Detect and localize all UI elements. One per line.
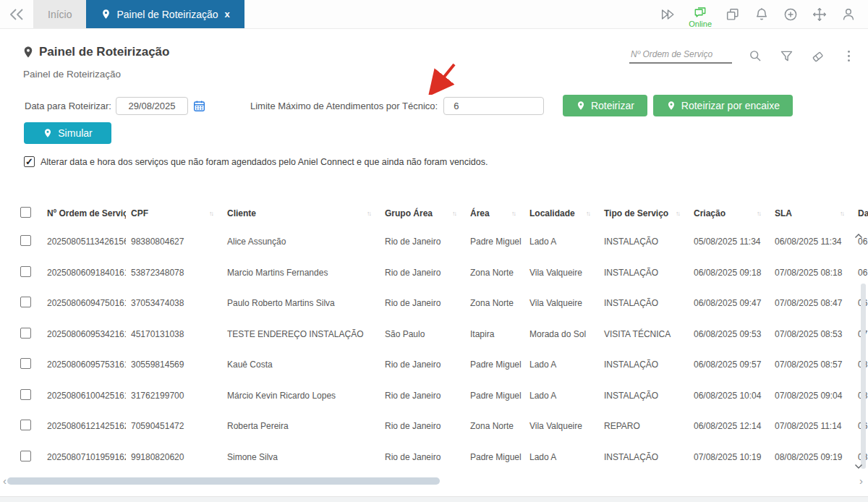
vertical-scrollbar[interactable] xyxy=(861,284,866,469)
simular-button[interactable]: Simular xyxy=(24,122,111,144)
column-header[interactable]: Área↑↓ xyxy=(465,200,524,226)
chat-status[interactable]: Online xyxy=(689,6,712,28)
row-checkbox[interactable] xyxy=(20,235,31,246)
table-cell: Rio de Janeiro xyxy=(380,380,465,412)
date-input[interactable] xyxy=(116,97,188,115)
table-cell: 202508061004251619 xyxy=(42,380,126,412)
table-cell: 202508060957531618 xyxy=(42,349,126,380)
roteirizar-por-encaixe-button[interactable]: Roteirizar por encaixe xyxy=(653,95,793,116)
pin-icon xyxy=(576,101,586,111)
column-header[interactable]: Localidade↑↓ xyxy=(524,200,599,226)
table-cell: Vila Valqueire xyxy=(524,258,599,289)
table-cell: Padre Miguel xyxy=(465,442,524,473)
row-checkbox[interactable] xyxy=(20,451,31,461)
sort-icon[interactable]: ↑↓ xyxy=(840,210,843,217)
row-checkbox[interactable] xyxy=(20,266,31,277)
tab-close-icon[interactable]: x xyxy=(225,9,230,20)
column-header[interactable]: Criação↑↓ xyxy=(689,200,770,226)
table-header-row: Nº Ordem de Serviço↑↓CPF↑↓Cliente↑↓Grupo… xyxy=(10,200,868,226)
column-header[interactable]: Cliente↑↓ xyxy=(222,200,380,226)
more-options-icon[interactable] xyxy=(841,48,856,64)
scroll-down-icon[interactable] xyxy=(854,464,863,469)
roteirizar-por-encaixe-button-label: Roteirizar por encaixe xyxy=(681,100,780,111)
table-cell: 31762199700 xyxy=(126,380,222,412)
table-cell: 202508071019591623 xyxy=(42,442,126,473)
table-cell: Padre Miguel xyxy=(465,349,524,380)
eraser-icon[interactable] xyxy=(810,48,825,64)
column-header[interactable]: CPF↑↓ xyxy=(126,200,222,226)
table-cell: Rio de Janeiro xyxy=(380,442,465,473)
search-input[interactable] xyxy=(629,48,732,64)
row-checkbox[interactable] xyxy=(20,420,31,430)
sort-icon[interactable]: ↑↓ xyxy=(757,210,760,217)
column-header[interactable]: Data↑↓ xyxy=(853,200,868,226)
table-cell: Kauê Costa xyxy=(222,349,380,380)
horizontal-scrollbar-thumb[interactable] xyxy=(7,477,440,485)
table-row: 20250806095342161745170131038TESTE ENDER… xyxy=(10,319,868,350)
table-cell: Lado A xyxy=(524,442,599,473)
table-cell: São Paulo xyxy=(380,319,465,350)
copy-icon[interactable] xyxy=(725,7,741,22)
table-cell: 202508061214251620 xyxy=(42,411,126,442)
tab-painel-de-roteirizacao[interactable]: Painel de Roteirização x xyxy=(86,0,244,28)
tab-inicio[interactable]: Início xyxy=(33,0,86,28)
column-header[interactable]: Grupo Área↑↓ xyxy=(380,200,465,226)
limit-label: Limite Máximo de Atendimentos por Técnic… xyxy=(250,101,438,111)
fast-forward-icon[interactable] xyxy=(660,7,676,22)
filter-icon[interactable] xyxy=(779,48,794,64)
search-icon[interactable] xyxy=(748,48,763,64)
alter-date-checkbox[interactable]: ✓ xyxy=(24,156,35,167)
row-checkbox[interactable] xyxy=(20,328,31,339)
horizontal-scrollbar[interactable]: ‹ › xyxy=(0,476,868,487)
sort-icon[interactable]: ↑↓ xyxy=(511,210,515,217)
add-circle-icon[interactable] xyxy=(783,7,799,22)
table-cell: TESTE ENDEREÇO INSTALAÇÃO xyxy=(222,319,380,350)
table-cell: REPARO xyxy=(599,411,689,442)
sort-icon[interactable]: ↑↓ xyxy=(452,210,456,217)
calendar-icon[interactable] xyxy=(193,100,205,112)
table-cell: Zona Norte xyxy=(465,288,524,319)
table-row: 20250806091840161553872348078Marcio Mart… xyxy=(10,258,868,289)
column-header-label: Grupo Área xyxy=(385,208,433,218)
table-cell: 30559814569 xyxy=(126,349,222,380)
sort-icon[interactable]: ↑↓ xyxy=(367,210,370,217)
table-cell: INSTALAÇÃO xyxy=(599,258,689,289)
roteirizar-button[interactable]: Roteirizar xyxy=(563,95,647,116)
row-checkbox[interactable] xyxy=(20,389,31,400)
scroll-left-icon[interactable]: ‹ xyxy=(3,475,7,487)
table-cell: 202508060918401615 xyxy=(42,258,126,289)
select-all-checkbox[interactable] xyxy=(20,207,31,218)
collapse-sidebar-icon[interactable] xyxy=(0,0,33,28)
sort-icon[interactable]: ↑↓ xyxy=(676,210,679,217)
row-checkbox[interactable] xyxy=(20,358,31,369)
column-header[interactable]: Tipo de Serviço↑↓ xyxy=(599,200,689,226)
chat-icon xyxy=(692,6,708,19)
notifications-bell-icon[interactable] xyxy=(754,7,770,22)
sort-icon[interactable]: ↑↓ xyxy=(209,210,213,217)
roteirizar-button-label: Roteirizar xyxy=(591,100,634,111)
scroll-right-icon[interactable]: › xyxy=(859,475,863,487)
move-icon[interactable] xyxy=(812,7,827,22)
user-profile-icon[interactable] xyxy=(841,7,856,22)
sort-icon[interactable]: ↑↓ xyxy=(586,210,590,217)
table-cell: 07/08/2025 09:04 xyxy=(770,380,853,412)
table-cell: Rio de Janeiro xyxy=(380,411,465,442)
table-cell: Alice Assunção xyxy=(222,226,380,258)
table-cell: 202508060947501616 xyxy=(42,288,126,319)
row-checkbox[interactable] xyxy=(20,297,31,307)
table-cell: INSTALAÇÃO xyxy=(599,442,689,473)
table-cell: 07/08/2025 08:18 xyxy=(770,258,853,289)
column-header[interactable]: Nº Ordem de Serviço↑↓ xyxy=(42,200,126,226)
pin-icon xyxy=(43,128,53,138)
page-subtitle: Painel de Roteirização xyxy=(23,69,868,80)
table-cell: INSTALAÇÃO xyxy=(599,226,689,258)
column-header[interactable]: SLA↑↓ xyxy=(770,200,853,226)
limit-input[interactable] xyxy=(443,97,544,115)
pin-icon xyxy=(101,9,111,20)
scroll-up-icon[interactable] xyxy=(854,233,863,239)
table-cell: INSTALAÇÃO xyxy=(599,380,689,412)
table-body: 20250805113426156798380804627Alice Assun… xyxy=(10,226,868,472)
column-header-label: Tipo de Serviço xyxy=(604,208,668,218)
table-cell: VISITA TÉCNICA xyxy=(599,319,689,350)
table-cell: 06/08/2025 11:34 xyxy=(770,226,853,258)
